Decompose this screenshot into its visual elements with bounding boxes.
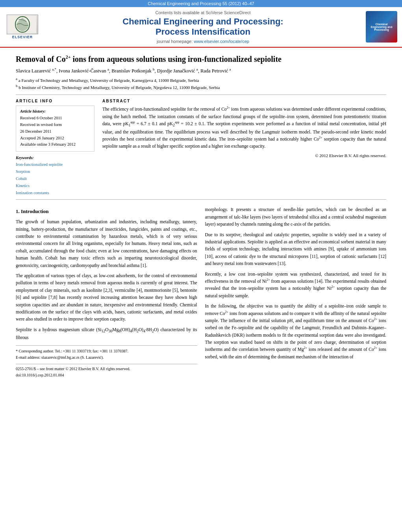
journal-citation-text: Chemical Engineering and Processing 55 (… [148,1,254,6]
copyright-line: © 2012 Elsevier B.V. All rights reserved… [102,153,386,158]
article-info-abstract-row: ARTICLE INFO Article history: Received 6… [16,99,386,196]
footnotes: * Corresponding author. Tel.: +381 11 33… [16,345,197,361]
intro-para1: The growth of human population, urbaniza… [16,218,197,269]
sciverse-text: Contents lists available at SciVerse Sci… [155,10,250,15]
history-label: Article history: [20,109,90,113]
elsevier-logo: ELSEVIER [5,15,40,39]
keyword-2: Cobalt [16,175,94,182]
homepage-link[interactable]: www.elsevier.com/locate/cep [194,39,249,44]
journal-subtitle: Process Intensification [156,27,250,37]
keywords-box: Keywords: Iron-functionalized sepiolite … [16,156,94,196]
right-para3: Recently, a low cost iron–sepiolite syst… [205,271,387,300]
keyword-3: Kinetics [16,182,94,189]
elsevier-brand-text: ELSEVIER [12,35,33,39]
corresponding-author: * Corresponding author. Tel.: +381 11 33… [16,348,197,354]
journal-logo-text: Chemical Engineering and Processing [367,23,396,31]
keyword-4: Ionization constants [16,189,94,196]
doi-line: doi:10.1016/j.cep.2012.01.004 [16,372,197,378]
right-para1: morphology. It presents a structure of n… [205,206,387,228]
divider2 [16,199,386,200]
email-address: E-mail address: slazarevic@tmf.bg.ac.rs … [16,354,197,361]
journal-title: Chemical Engineering and Processing: Pro… [44,17,362,37]
journal-homepage: journal homepage: www.elsevier.com/locat… [44,39,362,44]
body-right-column: morphology. It presents a structure of n… [205,206,387,378]
page-content: Removal of Co2+ ions from aqueous soluti… [0,48,402,385]
article-info-box: Article history: Received 6 October 2011… [16,106,94,152]
affiliation-a: a Faculty of Technology and Metallurgy, … [19,78,199,83]
body-left-column: 1. Introduction The growth of human popu… [16,206,197,378]
abstract-label: ABSTRACT [102,99,386,103]
article-info-column: ARTICLE INFO Article history: Received 6… [16,99,94,196]
abstract-column: ABSTRACT The efficiency of iron-function… [102,99,386,196]
journal-header: ELSEVIER Contents lists available at Sci… [0,7,402,48]
abstract-text: The efficiency of iron-functionalized se… [102,106,386,150]
authors-line: Slavica Lazarević a,*, Ivona Janković-Ča… [16,67,386,74]
homepage-label: journal homepage: [157,39,193,44]
issn-line: 0255-2701/$ – see front matter © 2012 El… [16,366,197,372]
affiliation-b: b Institute of Chemistry, Technology and… [19,85,220,90]
right-para2: Due to its sorptive, rheological and cat… [205,231,387,267]
journal-title-main: Chemical Engineering and Processing: [122,17,283,26]
journal-citation-bar: Chemical Engineering and Processing 55 (… [0,0,402,7]
journal-info-bottom: 0255-2701/$ – see front matter © 2012 El… [16,364,197,378]
article-info-label: ARTICLE INFO [16,99,94,103]
revised-label: Received in revised form [20,122,62,127]
keywords-label: Keywords: [16,156,94,160]
revised-date: 26 December 2011 [20,129,52,133]
introduction-heading: 1. Introduction [16,208,197,216]
journal-title-area: Contents lists available at SciVerse Sci… [44,10,362,44]
keyword-0: Iron-functionalized sepiolite [16,161,94,168]
right-para1-text: morphology. It presents a structure of n… [205,207,387,226]
sciverse-line: Contents lists available at SciVerse Sci… [44,10,362,15]
keyword-1: Sorption [16,168,94,175]
body-columns: 1. Introduction The growth of human popu… [16,206,386,378]
intro-para2: The application of various types of clay… [16,272,197,323]
elsevier-logo-image [7,15,38,34]
journal-logo-right: Chemical Engineering and Processing [366,11,397,43]
intro-para3: Sepiolite is a hydrous magnesium silicat… [16,326,197,341]
right-para4: In the following, the objective was to q… [205,302,387,360]
divider [16,95,386,95]
article-title: Removal of Co2+ ions from aqueous soluti… [16,54,386,64]
received-date: Received 6 October 2011 [20,116,62,120]
accepted-date: Accepted 26 January 2012 [20,136,64,140]
affiliations: a a Faculty of Technology and Metallurgy… [16,76,386,91]
available-date: Available online 3 February 2012 [20,142,76,146]
